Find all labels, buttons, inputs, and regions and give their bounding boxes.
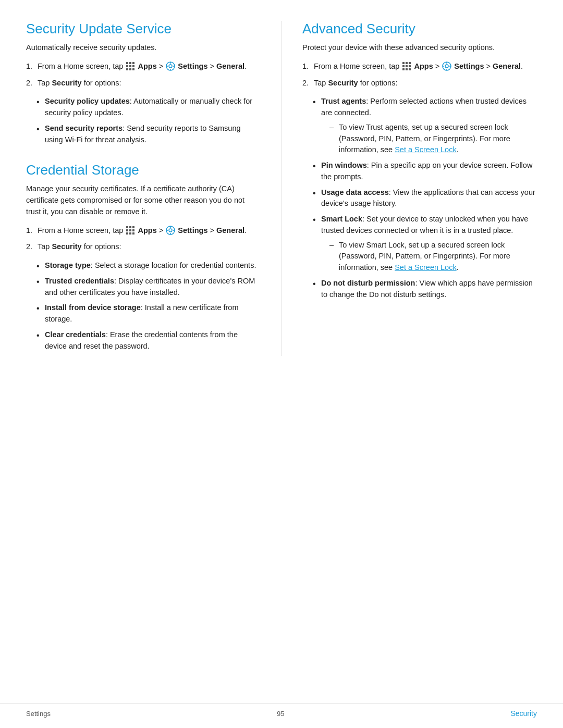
bullet-do-not-disturb: Do not disturb permission: View which ap… <box>313 278 537 301</box>
credential-storage-title: Credential Storage <box>26 162 260 178</box>
page-number: 95 <box>277 710 284 718</box>
step-1-text: From a Home screen, tap <box>38 62 247 70</box>
svg-rect-4 <box>129 65 131 67</box>
cred-step-2: 2. Tap Security for options: <box>26 241 260 253</box>
bullet-clear-creds: Clear credentials: Erase the credential … <box>36 329 260 352</box>
svg-rect-6 <box>126 68 128 70</box>
security-update-service-title: Security Update Service <box>26 21 260 37</box>
svg-rect-32 <box>409 62 411 64</box>
cred-step-1-text: From a Home screen, tap <box>38 226 247 235</box>
apps-label-3: Apps <box>414 62 433 70</box>
set-screen-lock-link-1[interactable]: Set a Screen Lock <box>395 145 457 154</box>
cred-step-2-text: Tap Security for options: <box>38 242 121 251</box>
cred-step-1: 1. From a Home screen, tap <box>26 225 260 237</box>
adv-step-2-text: Tap Security for options: <box>314 79 397 87</box>
svg-rect-18 <box>126 229 128 231</box>
svg-rect-19 <box>129 229 131 231</box>
credential-storage-steps: 1. From a Home screen, tap <box>26 225 260 253</box>
bullet-bold: Pin windows <box>321 161 367 169</box>
svg-rect-22 <box>129 232 131 235</box>
step-1: 1. From a Home screen, tap <box>26 61 260 72</box>
svg-rect-1 <box>129 62 131 64</box>
trust-agents-period: . <box>457 145 459 154</box>
step-num-1: 1. <box>26 61 32 72</box>
advanced-security-intro: Protect your device with these advanced … <box>302 42 537 54</box>
svg-rect-34 <box>406 65 408 67</box>
svg-rect-0 <box>126 62 128 64</box>
svg-rect-37 <box>406 68 408 70</box>
step-num-2: 2. <box>26 78 32 89</box>
bullet-bold: Install from device storage <box>45 303 141 312</box>
right-column: Advanced Security Protect your device wi… <box>282 21 537 356</box>
left-column: Security Update Service Automatically re… <box>26 21 282 356</box>
svg-rect-17 <box>132 226 134 228</box>
step-num-2b: 2. <box>26 241 32 253</box>
footer-left: Settings <box>26 710 51 718</box>
adv-step-1: 1. From a Home screen, tap <box>302 61 537 72</box>
step-num-1: 1. <box>26 225 32 237</box>
svg-rect-23 <box>132 232 134 235</box>
advanced-security-title: Advanced Security <box>302 21 537 37</box>
svg-rect-33 <box>402 65 405 67</box>
svg-rect-38 <box>409 68 411 70</box>
svg-rect-30 <box>402 62 405 64</box>
smart-lock-period: . <box>457 263 459 272</box>
svg-point-40 <box>445 65 448 68</box>
bullet-bold: Security policy updates <box>45 97 130 105</box>
apps-label-2: Apps <box>138 226 156 235</box>
settings-label-2: Settings <box>178 226 207 235</box>
security-update-bullets: Security policy updates: Automatically o… <box>36 96 260 145</box>
smart-lock-sub-item: To view Smart Lock, set up a secured scr… <box>329 240 537 274</box>
general-label-2: General <box>216 226 244 235</box>
settings-label-3: Settings <box>454 62 484 70</box>
set-screen-lock-link-2[interactable]: Set a Screen Lock <box>395 263 457 272</box>
bullet-bold: Clear credentials <box>45 330 106 339</box>
bullet-bold: Do not disturb permission <box>321 279 415 287</box>
apps-icon <box>126 61 135 71</box>
smart-lock-sub: To view Smart Lock, set up a secured scr… <box>329 240 537 274</box>
svg-rect-35 <box>409 65 411 67</box>
svg-rect-21 <box>126 232 128 235</box>
svg-rect-20 <box>132 229 134 231</box>
bullet-smart-lock: Smart Lock: Set your device to stay unlo… <box>313 214 537 274</box>
adv-step-num-2: 2. <box>302 78 309 89</box>
advanced-security-bullets: Trust agents: Perform selected actions w… <box>313 96 537 300</box>
bullet-bold: Send security reports <box>45 124 123 132</box>
svg-rect-36 <box>402 68 405 70</box>
bullet-bold: Storage type <box>45 261 91 269</box>
security-update-service-steps: 1. From a Home screen, tap <box>26 61 260 89</box>
step-2: 2. Tap Security for options: <box>26 78 260 89</box>
svg-rect-8 <box>132 68 134 70</box>
credential-storage-section: Credential Storage Manage your security … <box>26 162 260 352</box>
bullet-bold: Trusted credentials <box>45 277 114 285</box>
trust-agents-sub: To view Trust agents, set up a secured s… <box>329 122 537 156</box>
general-label-3: General <box>493 62 521 70</box>
svg-rect-5 <box>132 65 134 67</box>
advanced-security-steps: 1. From a Home screen, tap <box>302 61 537 89</box>
bullet-install-from-storage: Install from device storage: Install a n… <box>36 302 260 325</box>
bullet-pin-windows: Pin windows: Pin a specific app on your … <box>313 160 537 183</box>
general-label: General <box>216 62 244 70</box>
bullet-usage-data: Usage data access: View the applications… <box>313 187 537 210</box>
settings-icon-2 <box>166 226 175 235</box>
settings-label: Settings <box>178 62 207 70</box>
bullet-send-security: Send security reports: Send security rep… <box>36 123 260 146</box>
adv-step-2: 2. Tap Security for options: <box>302 78 537 89</box>
bullet-trusted-creds: Trusted credentials: Display certificate… <box>36 276 260 299</box>
svg-rect-31 <box>406 62 408 64</box>
advanced-security-section: Advanced Security Protect your device wi… <box>302 21 537 300</box>
footer-right: Security <box>510 709 537 718</box>
bullet-rest: : Select a storage location for credenti… <box>91 261 256 269</box>
security-update-service-section: Security Update Service Automatically re… <box>26 21 260 145</box>
trust-agents-sub-item: To view Trust agents, set up a secured s… <box>329 122 537 156</box>
apps-icon-2 <box>126 226 135 235</box>
adv-step-1-text: From a Home screen, tap <box>314 62 523 70</box>
svg-rect-16 <box>129 226 131 228</box>
apps-label: Apps <box>138 62 156 70</box>
apps-icon-3 <box>402 61 411 71</box>
svg-rect-2 <box>132 62 134 64</box>
settings-icon <box>166 61 175 71</box>
page-footer: Settings 95 Security <box>0 704 563 718</box>
step-2-text: Tap Security for options: <box>38 79 121 87</box>
credential-storage-intro: Manage your security certificates. If a … <box>26 183 260 217</box>
